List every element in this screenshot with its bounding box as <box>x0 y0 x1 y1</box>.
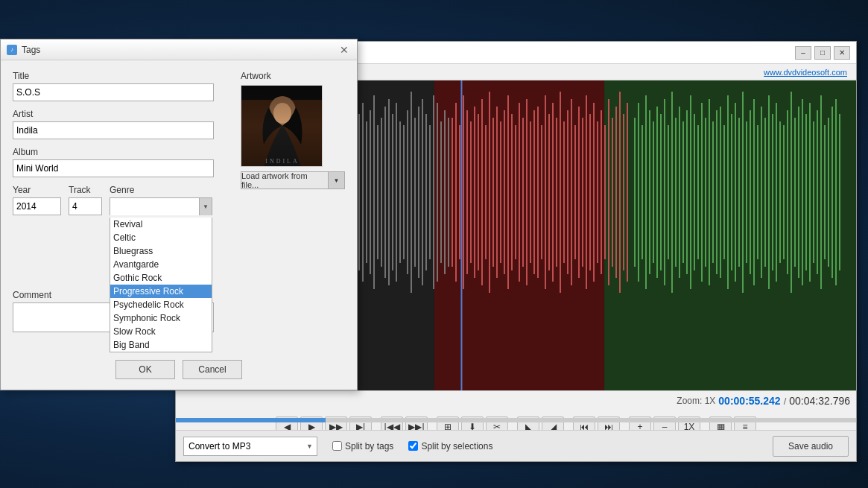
svg-rect-166 <box>794 118 796 267</box>
app-website-link[interactable]: www.dvdvideosoft.com <box>764 68 853 77</box>
progress-bar[interactable] <box>176 418 856 422</box>
artist-input[interactable] <box>13 121 214 139</box>
track-input[interactable] <box>69 197 102 215</box>
genre-option-symphonic[interactable]: Symphonic Rock <box>110 311 212 325</box>
save-audio-button[interactable]: Save audio <box>773 436 849 457</box>
split-tags-label: Split by tags <box>345 441 393 451</box>
svg-rect-115 <box>601 110 602 274</box>
svg-rect-147 <box>723 125 725 259</box>
split-selections-group: Split by selections <box>408 441 492 451</box>
svg-rect-169 <box>805 114 807 270</box>
svg-rect-177 <box>835 99 837 285</box>
svg-rect-57 <box>384 107 386 278</box>
svg-rect-60 <box>396 103 397 282</box>
year-label: Year <box>13 185 61 195</box>
dialog-titlebar: ♪ Tags ✕ <box>1 39 357 60</box>
svg-rect-155 <box>753 99 755 285</box>
genre-option-progressive[interactable]: Progressive Rock <box>110 285 212 298</box>
svg-rect-129 <box>656 107 658 278</box>
genre-input[interactable] <box>110 197 199 215</box>
genre-option-slow[interactable]: Slow Rock <box>110 325 212 338</box>
svg-rect-135 <box>679 107 680 278</box>
close-button[interactable]: ✕ <box>834 46 850 60</box>
svg-rect-71 <box>437 103 438 282</box>
svg-rect-124 <box>638 103 639 282</box>
genre-input-wrap: ▼ <box>110 197 212 215</box>
time-total: 00:04:32.796 <box>789 395 850 407</box>
track-group: Track <box>69 185 102 215</box>
zoom-label: Zoom: 1X <box>677 396 715 406</box>
split-tags-checkbox[interactable] <box>332 441 342 451</box>
year-track-genre-row: Year Track Genre ▼ Revival Celtic Bluegr… <box>13 185 345 215</box>
time-separator: / <box>784 396 787 407</box>
svg-rect-113 <box>593 103 595 282</box>
svg-rect-72 <box>440 121 442 263</box>
album-input[interactable] <box>13 159 214 177</box>
svg-rect-154 <box>750 110 751 274</box>
svg-rect-176 <box>831 107 833 278</box>
maximize-button[interactable]: □ <box>814 46 831 60</box>
svg-rect-63 <box>407 110 408 274</box>
svg-rect-61 <box>399 121 401 263</box>
convert-select[interactable]: Convert to MP3Convert to WAVConvert to F… <box>183 437 317 456</box>
dialog-ok-button[interactable]: OK <box>115 360 175 379</box>
svg-rect-141 <box>701 103 703 282</box>
svg-rect-103 <box>556 118 557 267</box>
load-artwork-dropdown-arrow[interactable]: ▼ <box>328 172 344 188</box>
svg-rect-158 <box>764 118 766 267</box>
svg-rect-126 <box>645 95 647 289</box>
minimize-button[interactable]: – <box>795 46 811 60</box>
svg-rect-75 <box>452 118 453 267</box>
year-input[interactable] <box>13 197 61 215</box>
svg-rect-105 <box>563 121 565 263</box>
svg-rect-70 <box>433 95 434 289</box>
svg-rect-93 <box>519 103 520 282</box>
genre-option-bigband[interactable]: Big Band <box>110 338 212 352</box>
svg-rect-102 <box>552 103 554 282</box>
svg-rect-104 <box>560 92 561 293</box>
svg-rect-185 <box>241 85 322 167</box>
svg-rect-178 <box>839 114 840 270</box>
load-artwork-button[interactable]: Load artwork from file... ▼ <box>241 171 345 189</box>
dialog-icon: ♪ <box>7 45 17 55</box>
svg-rect-136 <box>682 121 684 263</box>
dialog-title: Tags <box>22 45 40 55</box>
svg-rect-109 <box>578 107 580 278</box>
svg-rect-97 <box>533 110 535 274</box>
dialog-cancel-button[interactable]: Cancel <box>183 360 242 379</box>
svg-rect-83 <box>481 99 483 285</box>
svg-rect-87 <box>496 107 498 278</box>
dialog-close-button[interactable]: ✕ <box>338 43 351 57</box>
title-input[interactable] <box>13 83 214 101</box>
genre-option-bluegrass[interactable]: Bluegrass <box>110 244 212 258</box>
svg-rect-150 <box>735 103 736 282</box>
svg-rect-116 <box>604 125 606 259</box>
svg-rect-79 <box>466 110 468 274</box>
svg-rect-76 <box>455 103 457 282</box>
svg-rect-172 <box>817 110 818 274</box>
genre-option-revival[interactable]: Revival <box>110 218 212 231</box>
genre-option-gothic[interactable]: Gothic Rock <box>110 271 212 285</box>
genre-dropdown-btn[interactable]: ▼ <box>199 197 212 215</box>
genre-option-celtic[interactable]: Celtic <box>110 231 212 244</box>
svg-rect-121 <box>623 114 624 270</box>
bottom-action-bar: Convert to MP3Convert to WAVConvert to F… <box>176 430 856 461</box>
genre-option-avantgarde[interactable]: Avantgarde <box>110 258 212 271</box>
svg-rect-110 <box>582 118 583 267</box>
track-label: Track <box>69 185 102 195</box>
svg-rect-50 <box>358 114 360 270</box>
svg-rect-163 <box>783 125 785 259</box>
bottom-controls: Zoom: 1X 00:00:55.242 / 00:04:32.796 ◀ ▶… <box>176 390 856 461</box>
svg-rect-81 <box>474 107 475 278</box>
svg-rect-99 <box>541 125 542 259</box>
svg-rect-66 <box>418 107 419 278</box>
svg-rect-117 <box>608 99 609 285</box>
svg-rect-51 <box>362 103 364 282</box>
svg-rect-137 <box>686 110 688 274</box>
svg-rect-144 <box>712 121 714 263</box>
svg-rect-140 <box>697 125 699 259</box>
time-display: Zoom: 1X 00:00:55.242 / 00:04:32.796 <box>677 395 850 407</box>
svg-rect-52 <box>366 121 367 263</box>
split-selections-checkbox[interactable] <box>408 441 418 451</box>
genre-option-psychedelic[interactable]: Psychedelic Rock <box>110 298 212 311</box>
